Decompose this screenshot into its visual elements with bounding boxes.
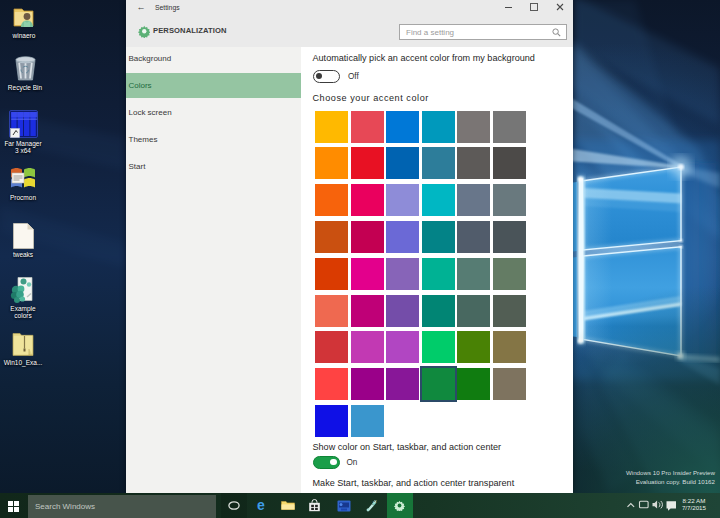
svg-text:x2: x2 [373, 500, 377, 504]
